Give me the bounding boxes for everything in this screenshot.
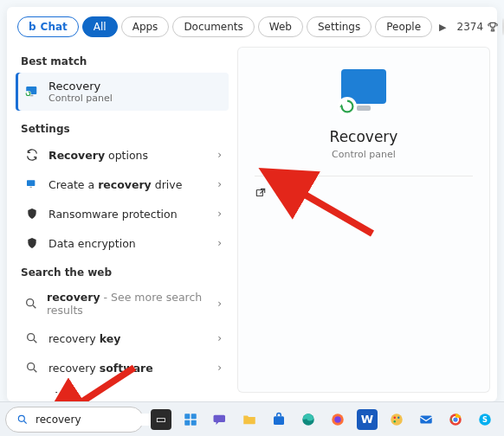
svg-point-12 (18, 415, 24, 421)
settings-item-label: Ransomware protection (48, 208, 178, 221)
svg-rect-16 (191, 420, 197, 425)
recovery-cpl-icon (24, 84, 40, 99)
chevron-right-icon: › (217, 298, 222, 310)
results-list: Best match Recovery Control panel Settin… (14, 47, 230, 393)
chevron-right-icon: › (217, 149, 222, 161)
chat-icon[interactable] (210, 409, 230, 430)
detail-open-action[interactable]: Open (237, 176, 320, 209)
tab-settings[interactable]: Settings (307, 16, 372, 37)
tab-documents[interactable]: Documents (172, 16, 254, 37)
section-best-match-label: Best match (14, 47, 230, 73)
best-match-item[interactable]: Recovery Control panel (16, 73, 229, 111)
skype-icon[interactable]: S (475, 409, 495, 430)
svg-point-21 (391, 414, 403, 426)
svg-rect-9 (256, 190, 262, 196)
rewards-points: 2374 (457, 21, 484, 33)
best-match-subtitle: Control panel (48, 93, 113, 104)
search-icon (16, 414, 29, 426)
detail-subtitle: Control panel (332, 149, 396, 160)
svg-rect-17 (274, 416, 284, 425)
chrome-icon[interactable] (445, 409, 466, 430)
web-item-recovery-software[interactable]: recovery software › (16, 353, 229, 382)
tab-people[interactable]: People (375, 16, 432, 37)
panel-body: Best match Recovery Control panel Settin… (7, 47, 497, 401)
bing-b-icon: b (29, 21, 36, 33)
web-item-recovery-key[interactable]: recovery key › (16, 324, 229, 353)
svg-point-22 (394, 416, 396, 418)
taskbar: ▭ W S ˄ (0, 401, 504, 436)
rewards-counter[interactable]: 2374 (457, 21, 500, 33)
svg-rect-25 (420, 415, 432, 423)
edge-icon[interactable] (298, 409, 319, 430)
tab-web[interactable]: Web (258, 16, 303, 37)
shield-lock-icon (24, 235, 40, 251)
settings-item-label: Data encryption (48, 237, 136, 250)
svg-point-24 (394, 420, 396, 422)
chevron-right-icon: › (217, 178, 222, 190)
tab-apps[interactable]: Apps (121, 16, 170, 37)
settings-item-recovery-drive[interactable]: Create a recovery drive › (16, 170, 229, 199)
tabs-more-arrow-icon[interactable]: ▶ (436, 22, 449, 33)
web-item-recovery[interactable]: recovery - See more search results › (16, 284, 229, 324)
section-settings-label: Settings (14, 114, 230, 140)
web-item-label: recovery - See more search results (47, 291, 220, 317)
detail-pane: Recovery Control panel Open (237, 47, 490, 393)
svg-rect-4 (29, 187, 32, 188)
open-external-icon (255, 187, 267, 199)
chevron-right-icon: › (217, 208, 222, 220)
best-match-title: Recovery (48, 80, 113, 93)
section-search-web-label: Search the web (14, 258, 230, 284)
svg-point-5 (27, 299, 34, 306)
detail-title: Recovery (330, 128, 398, 145)
settings-item-data-encryption[interactable]: Data encryption › (16, 228, 229, 258)
word-icon[interactable]: W (357, 409, 378, 430)
taskbar-search-input[interactable] (36, 414, 165, 426)
shield-icon (24, 206, 40, 221)
detail-app-icon (339, 69, 388, 114)
firefox-icon[interactable] (327, 409, 348, 430)
file-explorer-icon[interactable] (239, 409, 260, 430)
search-panel: b Chat All Apps Documents Web Settings P… (7, 7, 497, 401)
settings-item-recovery-options[interactable]: Recovery options › (16, 140, 229, 170)
web-item-label: recovery software (48, 362, 153, 375)
search-icon (24, 360, 40, 375)
svg-point-6 (28, 334, 35, 341)
store-icon[interactable] (268, 409, 289, 430)
svg-rect-14 (191, 414, 197, 419)
sync-icon (24, 147, 40, 163)
web-item-label: recovery key (48, 332, 120, 345)
task-view-icon[interactable]: ▭ (151, 409, 171, 430)
svg-point-20 (334, 416, 341, 423)
svg-rect-15 (184, 420, 190, 425)
search-icon (24, 330, 40, 346)
svg-rect-13 (184, 414, 190, 419)
drive-icon (24, 176, 40, 192)
tab-chat[interactable]: b Chat (17, 16, 79, 37)
svg-rect-3 (27, 180, 35, 186)
tab-chat-label: Chat (41, 21, 68, 33)
settings-item-ransomware[interactable]: Ransomware protection › (16, 199, 229, 228)
chevron-right-icon: › (217, 362, 222, 374)
section-apps-label: Apps (1) (14, 382, 230, 393)
taskbar-pinned-apps: ▭ W S (151, 409, 504, 430)
chevron-right-icon: › (217, 237, 222, 249)
settings-item-label: Recovery options (48, 149, 148, 162)
tabs-row: b Chat All Apps Documents Web Settings P… (7, 7, 497, 47)
chevron-right-icon: › (217, 332, 222, 344)
search-icon (24, 296, 38, 311)
svg-point-28 (453, 417, 457, 421)
svg-point-7 (28, 363, 35, 370)
trophy-icon (487, 21, 499, 33)
detail-open-label: Open (275, 187, 303, 199)
tab-all[interactable]: All (82, 16, 118, 37)
paint-icon[interactable] (386, 409, 407, 430)
settings-item-label: Create a recovery drive (48, 178, 182, 191)
taskbar-search-box[interactable] (5, 407, 144, 433)
svg-text:S: S (482, 415, 488, 424)
svg-point-23 (397, 416, 399, 418)
mail-icon[interactable] (416, 409, 436, 430)
widgets-icon[interactable] (180, 409, 201, 430)
